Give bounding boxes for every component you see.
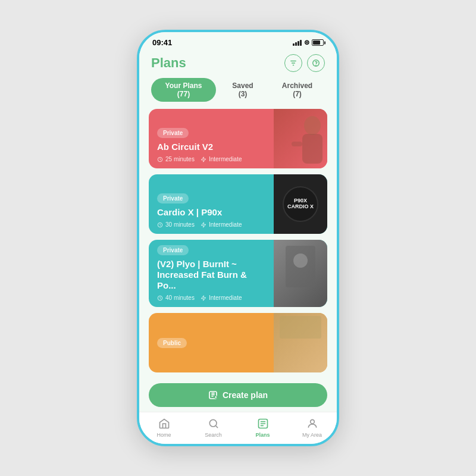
home-icon — [158, 417, 171, 430]
status-time: 09:41 — [152, 38, 172, 47]
create-plan-section: Create plan — [139, 377, 337, 412]
level-3: Intermediate — [201, 295, 242, 301]
svg-rect-5 — [292, 142, 302, 146]
app-screen: Plans Your Plans (77) Save — [139, 49, 337, 444]
tabs-bar: Your Plans (77) Saved (3) Archived (7) — [139, 78, 337, 109]
duration-3: 40 minutes — [157, 295, 195, 301]
card-body-2: Private Cardio X | P90x 30 minutes Inter… — [149, 174, 274, 234]
plan-card-public[interactable]: Public — [149, 313, 327, 372]
header: Plans — [139, 49, 337, 78]
bottom-nav: Home Search Plans — [139, 412, 337, 444]
card-image-1 — [274, 109, 327, 168]
svg-point-3 — [304, 116, 321, 135]
my-area-icon — [306, 417, 319, 430]
svg-point-9 — [293, 253, 308, 268]
plans-icon — [256, 417, 270, 430]
battery-icon — [312, 39, 324, 46]
tab-archived[interactable]: Archived (7) — [270, 78, 325, 102]
nav-search[interactable]: Search — [199, 417, 228, 438]
card-image-4 — [274, 313, 327, 372]
create-plan-icon — [208, 390, 218, 400]
svg-point-15 — [310, 419, 314, 424]
nav-home-label: Home — [156, 432, 171, 438]
filter-button[interactable] — [284, 54, 302, 72]
phone-frame: 09:41 ⊜ Plans — [137, 30, 339, 446]
card-body-1: Private Ab Circuit V2 25 minutes Interme… — [149, 109, 274, 168]
badge-public: Public — [157, 338, 187, 348]
svg-point-13 — [209, 419, 217, 427]
status-icons: ⊜ — [293, 39, 324, 46]
level-1: Intermediate — [201, 156, 242, 162]
help-button[interactable] — [307, 54, 325, 72]
signal-icon — [293, 40, 302, 46]
card-title-2: Cardio X | P90x — [157, 207, 265, 218]
svg-rect-4 — [302, 134, 322, 164]
level-2: Intermediate — [201, 221, 242, 228]
nav-plans[interactable]: Plans — [248, 417, 278, 438]
card-title-1: Ab Circuit V2 — [157, 142, 265, 152]
plan-card-plyo[interactable]: Private (V2) Plyo | BurnIt ~ Increased F… — [149, 240, 327, 307]
wifi-icon: ⊜ — [304, 39, 309, 46]
card-body-3: Private (V2) Plyo | BurnIt ~ Increased F… — [149, 240, 274, 307]
svg-rect-10 — [280, 316, 321, 339]
card-meta-3: 40 minutes Intermediate — [157, 295, 265, 301]
tab-saved[interactable]: Saved (3) — [220, 78, 266, 102]
plan-card-ab-circuit[interactable]: Private Ab Circuit V2 25 minutes Interme… — [149, 109, 327, 168]
card-meta-1: 25 minutes Intermediate — [157, 156, 265, 162]
card-title-3: (V2) Plyo | BurnIt ~ Increased Fat Burn … — [157, 259, 265, 291]
nav-home[interactable]: Home — [149, 417, 179, 438]
badge-private-2: Private — [157, 193, 189, 203]
tab-your-plans[interactable]: Your Plans (77) — [151, 78, 216, 102]
search-icon — [207, 417, 220, 430]
duration-1: 25 minutes — [157, 156, 195, 162]
create-plan-button[interactable]: Create plan — [149, 383, 327, 407]
plans-list: Private Ab Circuit V2 25 minutes Interme… — [139, 109, 337, 377]
nav-my-area[interactable]: My Area — [298, 417, 327, 438]
badge-private-1: Private — [157, 128, 189, 138]
p90x-logo: P90XCARDIO X — [283, 186, 318, 222]
status-bar: 09:41 ⊜ — [139, 32, 337, 49]
svg-point-1 — [316, 65, 317, 66]
plan-card-cardio[interactable]: Private Cardio X | P90x 30 minutes Inter… — [149, 174, 327, 234]
badge-private-3: Private — [157, 245, 189, 255]
duration-2: 30 minutes — [157, 221, 195, 228]
card-image-2: P90XCARDIO X — [274, 174, 327, 234]
nav-search-label: Search — [205, 432, 222, 438]
nav-plans-label: Plans — [255, 432, 270, 438]
card-image-3 — [274, 240, 327, 307]
nav-my-area-label: My Area — [302, 432, 322, 438]
page-title: Plans — [151, 55, 186, 71]
card-body-4: Public — [149, 313, 274, 372]
card-meta-2: 30 minutes Intermediate — [157, 221, 265, 228]
header-icons — [284, 54, 325, 72]
